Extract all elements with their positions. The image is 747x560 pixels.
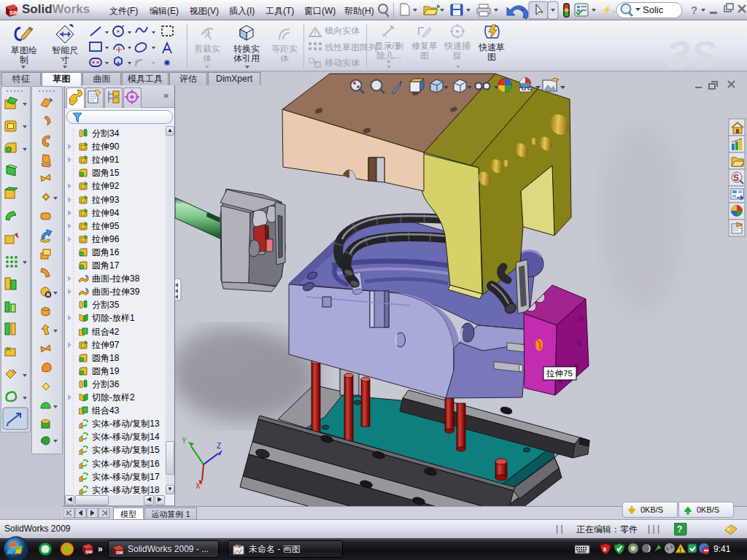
svg-text:⚡..: ⚡.. [602,4,616,15]
svg-text:»: » [98,544,103,554]
svg-text:SW: SW [9,10,18,15]
svg-text:Solic: Solic [643,4,664,15]
svg-text:拉伸75: 拉伸75 [546,369,573,378]
svg-text:?: ? [677,524,682,534]
svg-text:Z: Z [217,442,221,450]
svg-text:S: S [733,173,739,183]
svg-text:SW: SW [116,551,123,555]
svg-text:Y: Y [182,437,187,445]
svg-text:?: ? [691,4,697,16]
svg-text:X: X [196,482,201,490]
svg-text:x: x [603,545,607,553]
svg-text:SW: SW [85,550,93,554]
svg-text:!: ! [679,546,681,553]
